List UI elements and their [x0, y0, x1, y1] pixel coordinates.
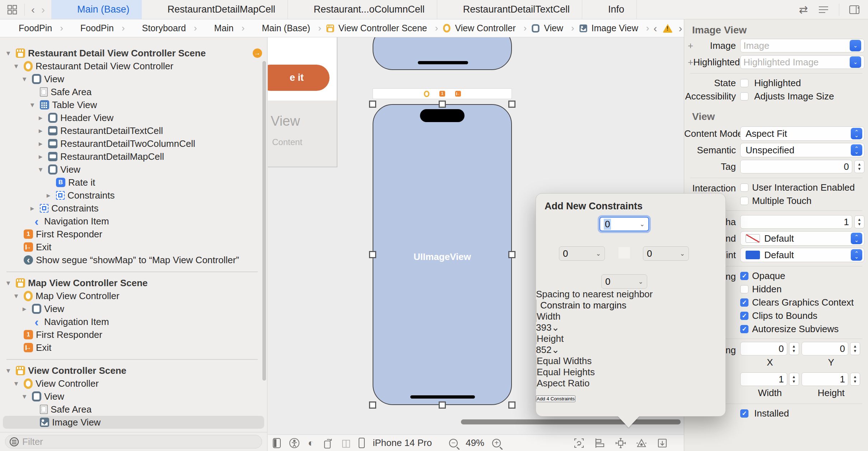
- bottom-spacing-combo[interactable]: 0⌄: [601, 274, 647, 289]
- disclosure-triangle-icon[interactable]: [20, 304, 29, 313]
- tag-input[interactable]: [743, 161, 849, 172]
- stretching-y-stepper[interactable]: ▲▼: [850, 342, 860, 355]
- zoom-level[interactable]: 49%: [466, 437, 484, 448]
- editor-tab[interactable]: Main (Base): [51, 0, 142, 19]
- outline-row[interactable]: First Responder →: [0, 328, 267, 341]
- constrain-to-margins-checkbox[interactable]: [536, 299, 537, 311]
- stretching-width-field[interactable]: [740, 372, 787, 386]
- next-issue-button[interactable]: ›: [678, 23, 682, 34]
- outline-row[interactable]: Show segue “showMap” to “Map View Contro…: [0, 254, 267, 266]
- outline-row[interactable]: Restaurant Detail View Controller →: [0, 60, 267, 73]
- disclosure-triangle-icon[interactable]: [11, 379, 21, 388]
- outline-row[interactable]: First Responder →: [0, 228, 267, 241]
- interaction-checkbox[interactable]: [740, 197, 748, 205]
- disclosure-triangle-icon[interactable]: [4, 279, 13, 287]
- add-constraints-button[interactable]: Add 4 Constraints: [536, 395, 575, 402]
- highlighted-field[interactable]: ⌄: [740, 55, 864, 69]
- outline-row[interactable]: Exit →: [0, 341, 267, 354]
- outline-row[interactable]: Map View Controller Scene →: [0, 276, 267, 289]
- sidebar-scrollbar[interactable]: [262, 61, 266, 381]
- appearance-toggle-icon[interactable]: ◐: [308, 437, 314, 449]
- disclosure-triangle-icon[interactable]: [36, 113, 45, 122]
- outline-row[interactable]: View →: [0, 390, 267, 403]
- editor-tab[interactable]: RestaurantDetailTextCell: [437, 0, 582, 19]
- breadcrumb-item[interactable]: Image View ›: [579, 23, 654, 34]
- goto-arrow-icon[interactable]: →: [253, 48, 262, 58]
- outline-row[interactable]: RestaurantDetailTwoColumnCell →: [0, 137, 267, 150]
- top-spacing-combo[interactable]: 0⌄: [599, 217, 649, 231]
- outline-row[interactable]: →: [0, 354, 267, 364]
- stretching-height-input[interactable]: [805, 374, 845, 385]
- editor-tab[interactable]: RestaurantDetailMapCell: [142, 0, 288, 19]
- selection-handle[interactable]: [439, 101, 446, 108]
- stretching-x-stepper[interactable]: ▲▼: [789, 342, 799, 355]
- equal-heights-checkbox[interactable]: [536, 366, 537, 378]
- breadcrumb-item[interactable]: View Controller Scene ›: [326, 23, 443, 34]
- first-responder-icon[interactable]: [439, 91, 445, 97]
- outline-row[interactable]: View →: [0, 73, 267, 85]
- disclosure-triangle-icon[interactable]: [11, 292, 21, 300]
- tag-field[interactable]: [740, 160, 852, 173]
- canvas-horizontal-scrollbar[interactable]: [461, 419, 681, 424]
- stretching-y-field[interactable]: [802, 342, 849, 355]
- update-frames-icon[interactable]: [573, 437, 585, 449]
- outline-row[interactable]: Rate it →: [0, 176, 267, 189]
- zoom-in-button[interactable]: +: [492, 439, 501, 447]
- drawing-checkbox[interactable]: [740, 272, 748, 280]
- exit-icon[interactable]: [455, 91, 461, 97]
- outline-row[interactable]: Table View →: [0, 98, 267, 111]
- outline-row[interactable]: Navigation Item →: [0, 215, 267, 228]
- outline-row[interactable]: Navigation Item →: [0, 315, 267, 328]
- stretching-x-field[interactable]: [740, 342, 787, 355]
- split-view-icon[interactable]: ◫: [341, 437, 351, 449]
- highlighted-input[interactable]: [743, 57, 850, 68]
- embed-icon[interactable]: [657, 437, 668, 449]
- stretching-height-stepper[interactable]: ▲▼: [850, 373, 860, 386]
- stretching-width-stepper[interactable]: ▲▼: [789, 373, 799, 386]
- disclosure-triangle-icon[interactable]: [28, 101, 37, 109]
- content-mode-popup[interactable]: Aspect Fit ⌃⌄: [740, 126, 864, 141]
- disclosure-triangle-icon[interactable]: [44, 191, 53, 200]
- selected-view-controller-canvas[interactable]: UIImageView: [373, 104, 512, 405]
- outline-row[interactable]: Constraints →: [0, 202, 267, 215]
- editor-tab[interactable]: Info: [582, 0, 637, 19]
- selection-handle[interactable]: [508, 101, 515, 108]
- outline-row[interactable]: RestaurantDetailTextCell →: [0, 124, 267, 137]
- outline-row[interactable]: Image View →: [0, 416, 267, 429]
- filter-input[interactable]: [22, 436, 257, 447]
- rate-it-button-partial[interactable]: e it: [268, 65, 330, 91]
- disclosure-triangle-icon[interactable]: [20, 392, 29, 401]
- outline-row[interactable]: Header View →: [0, 111, 267, 124]
- outline-row[interactable]: View Controller →: [0, 377, 267, 390]
- outline-row[interactable]: View Controller Scene →: [0, 364, 267, 377]
- scene-dock[interactable]: [373, 88, 512, 99]
- resolve-autolayout-icon[interactable]: [636, 437, 647, 449]
- align-icon[interactable]: [594, 437, 606, 449]
- selection-handle[interactable]: [439, 401, 446, 409]
- device-icon[interactable]: [359, 438, 365, 448]
- tag-stepper[interactable]: ▲▼: [854, 160, 864, 173]
- forward-button[interactable]: ›: [41, 4, 45, 15]
- outline-row[interactable]: View →: [0, 163, 267, 176]
- breadcrumb-item[interactable]: FoodPin ›: [67, 23, 129, 34]
- outline-row[interactable]: Safe Area →: [0, 403, 267, 416]
- image-input[interactable]: [743, 40, 850, 51]
- outline-row[interactable]: RestaurantDetailMapCell →: [0, 150, 267, 163]
- previous-issue-button[interactable]: ‹: [653, 23, 657, 34]
- drawing-checkbox[interactable]: [740, 298, 748, 307]
- outline-row[interactable]: Exit →: [0, 241, 267, 254]
- width-constraint-checkbox[interactable]: [536, 311, 537, 322]
- filter-field[interactable]: [5, 435, 262, 448]
- accessibility-icon[interactable]: [289, 437, 300, 449]
- selection-handle[interactable]: [508, 251, 515, 258]
- editor-options-icon[interactable]: [817, 4, 830, 15]
- device-label[interactable]: iPhone 14 Pro: [373, 437, 432, 448]
- disclosure-triangle-icon[interactable]: [36, 139, 45, 148]
- height-constraint-checkbox[interactable]: [536, 333, 537, 344]
- disclosure-triangle-icon[interactable]: [36, 152, 45, 161]
- outline-row[interactable]: Restaurant Detail View Controller Scene …: [0, 47, 267, 60]
- zoom-out-button[interactable]: −: [449, 439, 458, 447]
- disclosure-triangle-icon[interactable]: [36, 165, 45, 174]
- stretching-y-input[interactable]: [805, 343, 845, 354]
- drawing-checkbox[interactable]: [740, 312, 748, 320]
